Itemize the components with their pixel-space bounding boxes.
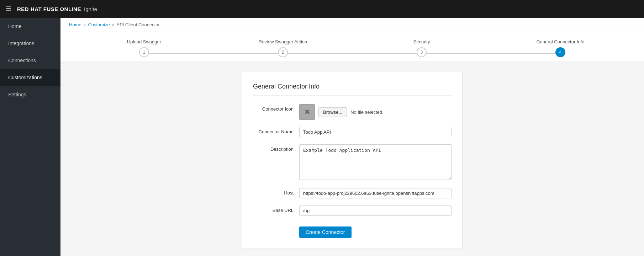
stepper-label-2: Review Swagger Action (259, 39, 307, 44)
base-url-control (299, 206, 452, 216)
sidebar-item-home[interactable]: Home (0, 18, 60, 35)
connector-name-input[interactable] (299, 127, 452, 137)
breadcrumb-current: API Client Connector (116, 22, 159, 27)
description-textarea[interactable]: Example Todo Application API (299, 144, 452, 180)
brand-logo: RED HAT FUSE ONLINE (17, 6, 81, 12)
general-connector-card: General Connector Info Connector Icon ✕ … (242, 72, 463, 249)
breadcrumb-customize[interactable]: Customize (88, 22, 110, 27)
breadcrumb-home[interactable]: Home (69, 22, 81, 27)
sidebar: Home Integrations Connections Customizat… (0, 18, 60, 256)
create-connector-button[interactable]: Create Connector (299, 226, 352, 238)
form-row-base-url: Base URL (253, 206, 452, 216)
name-control (299, 127, 452, 137)
sidebar-item-settings[interactable]: Settings (0, 86, 60, 103)
breadcrumb-sep-2: » (112, 22, 115, 27)
breadcrumb: Home » Customize » API Client Connector (60, 18, 644, 32)
stepper-label-3: Security (413, 39, 430, 44)
stepper-circle-1: 1 (139, 47, 149, 57)
name-label: Connector Name (253, 127, 299, 134)
brand: RED HAT FUSE ONLINE Ignite (17, 6, 97, 12)
sidebar-item-integrations[interactable]: Integrations (0, 35, 60, 52)
form-row-description: Description Example Todo Application API (253, 144, 452, 181)
icon-preview-box: ✕ (299, 104, 315, 120)
host-label: Host (253, 188, 299, 196)
stepper: Upload Swagger 1 Review Swagger Action 2… (60, 32, 644, 61)
browse-button[interactable]: Browse... (318, 107, 347, 117)
icon-upload-area: ✕ Browse... No file selected. (299, 104, 452, 120)
stepper-label-4: General Connector Info (536, 39, 584, 44)
x-icon: ✕ (304, 108, 310, 116)
stepper-step-1: Upload Swagger 1 (75, 39, 213, 61)
form-row-host: Host (253, 188, 452, 198)
stepper-step-2: Review Swagger Action 2 (213, 39, 352, 61)
icon-label: Connector Icon (253, 104, 299, 112)
host-control (299, 188, 452, 198)
stepper-row: Upload Swagger 1 Review Swagger Action 2… (75, 39, 630, 61)
host-input[interactable] (299, 188, 452, 198)
sidebar-item-customizations[interactable]: Customizations (0, 69, 60, 86)
stepper-label-1: Upload Swagger (127, 39, 161, 44)
base-url-label: Base URL (253, 206, 299, 213)
stepper-circle-4: 4 (555, 47, 565, 57)
card-title: General Connector Info (253, 83, 452, 96)
stepper-circle-2: 2 (278, 47, 288, 57)
form-row-name: Connector Name (253, 127, 452, 137)
desc-control: Example Todo Application API (299, 144, 452, 181)
breadcrumb-sep-1: » (84, 22, 86, 27)
base-url-input[interactable] (299, 206, 452, 216)
sidebar-item-connections[interactable]: Connections (0, 52, 60, 69)
no-file-text: No file selected. (350, 110, 384, 115)
main-content: Home » Customize » API Client Connector … (60, 18, 644, 256)
topnav: ☰ RED HAT FUSE ONLINE Ignite (0, 0, 644, 18)
stepper-circle-3: 3 (417, 47, 427, 57)
desc-label: Description (253, 144, 299, 152)
button-row: Create Connector (253, 223, 452, 238)
stepper-step-4: General Connector Info 4 (491, 39, 630, 61)
stepper-step-3: Security 3 (352, 39, 491, 61)
layout: Home Integrations Connections Customizat… (0, 18, 644, 256)
hamburger-icon[interactable]: ☰ (6, 5, 11, 13)
form-row-icon: Connector Icon ✕ Browse... No file selec… (253, 104, 452, 120)
brand-ignite: Ignite (84, 6, 97, 12)
